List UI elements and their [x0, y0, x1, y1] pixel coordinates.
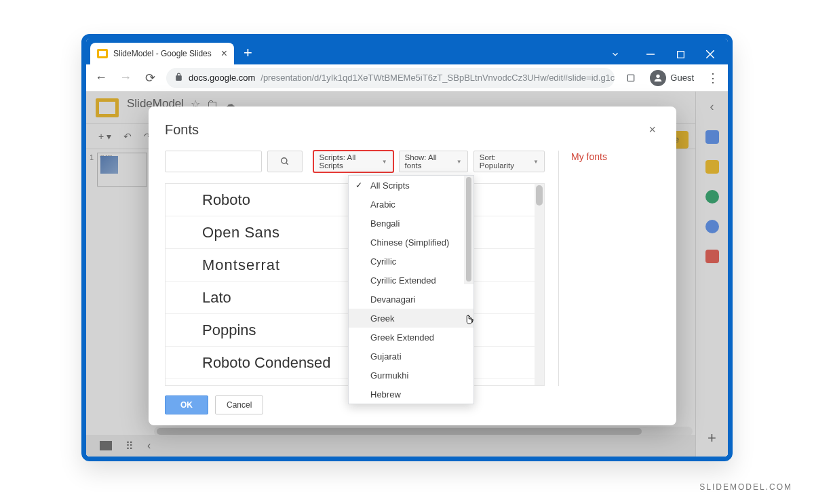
- script-option[interactable]: ✓All Scripts: [349, 176, 473, 195]
- caret-down-icon: ▼: [457, 159, 462, 165]
- svg-rect-1: [677, 51, 684, 58]
- forward-button[interactable]: →: [117, 70, 134, 86]
- tab-close-icon[interactable]: ×: [221, 47, 227, 60]
- browser-tab[interactable]: SlideModel - Google Slides ×: [90, 43, 234, 64]
- svg-rect-4: [628, 75, 634, 81]
- watermark: SLIDEMODEL.COM: [699, 482, 792, 492]
- fonts-dialog: Fonts × Scripts: All Scripts▼ Show: All …: [149, 106, 676, 425]
- maximize-button[interactable]: [665, 44, 695, 64]
- reload-button[interactable]: ⟳: [142, 70, 158, 86]
- slides-logo-icon: [96, 98, 119, 117]
- script-option[interactable]: Greek: [349, 309, 473, 328]
- script-option[interactable]: Arabic: [349, 195, 473, 214]
- script-option[interactable]: Hebrew: [349, 385, 473, 404]
- new-tab-button[interactable]: +: [234, 41, 262, 64]
- script-option[interactable]: Chinese (Simplified): [349, 233, 473, 252]
- new-slide-button[interactable]: + ▾: [94, 128, 115, 144]
- dialog-title: Fonts: [165, 122, 199, 138]
- my-fonts-heading: My fonts: [571, 151, 607, 162]
- calendar-icon[interactable]: [705, 130, 719, 144]
- script-option[interactable]: Cyrillic Extended: [349, 271, 473, 290]
- back-button[interactable]: ←: [93, 70, 109, 86]
- thumb-image: [100, 156, 118, 174]
- slide-thumbnails: 1 40,000...: [93, 153, 147, 187]
- script-option[interactable]: Devanagari: [349, 290, 473, 309]
- scripts-menu: ✓All ScriptsArabicBengaliChinese (Simpli…: [348, 175, 474, 404]
- slides-favicon: [97, 49, 108, 58]
- script-option[interactable]: Gurmukhi: [349, 366, 473, 385]
- avatar-icon: [650, 70, 666, 86]
- svg-point-5: [657, 74, 660, 77]
- search-button[interactable]: [267, 151, 303, 172]
- tab-strip: SlideModel - Google Slides × +: [86, 41, 262, 64]
- profile-button[interactable]: Guest: [647, 69, 697, 88]
- tab-title: SlideModel - Google Slides: [113, 49, 212, 58]
- side-panel: ‹ +: [695, 92, 728, 457]
- script-option[interactable]: Bengali: [349, 214, 473, 233]
- filmstrip-view-icon[interactable]: [100, 441, 112, 450]
- window-controls: [600, 44, 728, 64]
- slide-number: 1: [90, 153, 94, 161]
- menu-icon[interactable]: ⋮: [705, 70, 721, 86]
- show-dropdown[interactable]: Show: All fonts▼: [399, 151, 468, 172]
- browser-window: SlideModel - Google Slides × + ← → ⟳: [81, 34, 733, 461]
- add-addon-icon[interactable]: +: [708, 429, 716, 447]
- keep-icon[interactable]: [705, 160, 719, 174]
- extensions-icon[interactable]: [623, 70, 639, 86]
- guest-label: Guest: [670, 73, 694, 83]
- address-field[interactable]: docs.google.com/presentation/d/1yIk1qd1X…: [166, 68, 615, 88]
- maps-icon[interactable]: [705, 250, 719, 263]
- slide-thumbnail[interactable]: 1 40,000...: [97, 153, 147, 187]
- script-option[interactable]: Greek Extended: [349, 328, 473, 347]
- url-bar: ← → ⟳ docs.google.com/presentation/d/1yI…: [86, 64, 728, 92]
- collapse-panel-icon[interactable]: ‹: [147, 440, 151, 452]
- lock-icon: [174, 73, 183, 83]
- titlebar: SlideModel - Google Slides × +: [86, 39, 728, 64]
- svg-point-6: [282, 158, 287, 163]
- chevron-down-icon[interactable]: [600, 44, 630, 64]
- undo-button[interactable]: ↶: [119, 128, 136, 144]
- dialog-close-button[interactable]: ×: [644, 121, 660, 138]
- check-icon: ✓: [355, 180, 362, 190]
- svg-line-7: [286, 163, 288, 165]
- caret-down-icon: ▼: [382, 159, 387, 165]
- bottom-bar: ⠿ ‹: [86, 435, 695, 457]
- scripts-dropdown[interactable]: Scripts: All Scripts▼: [313, 151, 393, 172]
- ok-button[interactable]: OK: [165, 395, 208, 414]
- minimize-button[interactable]: [636, 44, 665, 64]
- sort-dropdown[interactable]: Sort: Popularity▼: [473, 151, 545, 172]
- cancel-button[interactable]: Cancel: [215, 395, 263, 414]
- font-search-input[interactable]: [165, 151, 262, 172]
- my-fonts-panel: My fonts: [558, 151, 660, 386]
- close-window-button[interactable]: [695, 44, 725, 64]
- url-path: /presentation/d/1yIk1qd1XeTWtBMEMe5iT6zT…: [260, 73, 615, 83]
- list-scrollbar[interactable]: [535, 184, 544, 385]
- grid-view-icon[interactable]: ⠿: [125, 440, 134, 452]
- tasks-icon[interactable]: [705, 190, 719, 203]
- font-controls: Scripts: All Scripts▼ Show: All fonts▼ S…: [165, 151, 545, 172]
- script-option[interactable]: Cyrillic: [349, 252, 473, 271]
- caret-down-icon: ▼: [533, 159, 539, 165]
- script-option[interactable]: Gujarati: [349, 347, 473, 366]
- contacts-icon[interactable]: [705, 220, 719, 233]
- collapse-rail-icon[interactable]: ‹: [710, 100, 714, 114]
- url-host: docs.google.com: [189, 73, 255, 83]
